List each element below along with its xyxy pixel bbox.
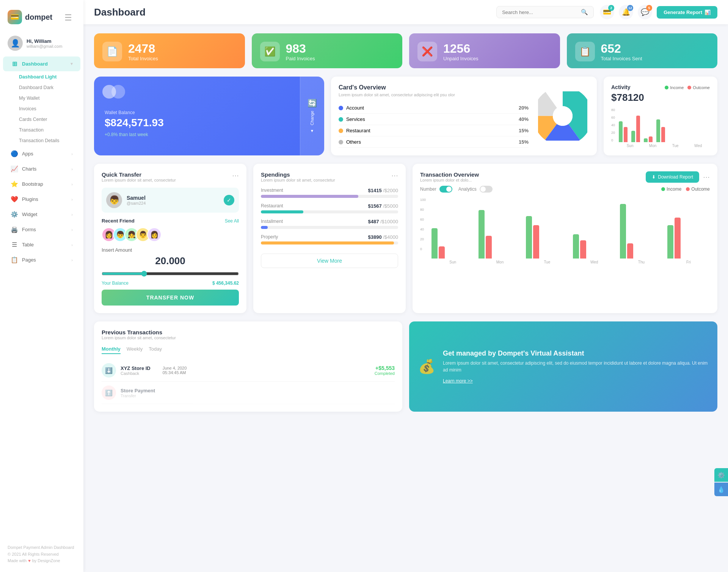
qt-user: 👦 Samuel @sam224 ✓ <box>102 188 239 213</box>
co-legend-restaurant: Restaurant 15% <box>339 125 529 136</box>
to-bars-fri <box>667 218 710 259</box>
to-outcome-bar-tue <box>533 225 539 259</box>
sidebar-item-bootstrap[interactable]: ⭐ Bootstrap › <box>3 177 80 191</box>
spending-item-property: Property $3890 /‌$4000 <box>261 234 398 244</box>
total-invoices-label: Total Invoices <box>128 56 158 61</box>
to-more-icon[interactable]: ⋯ <box>703 173 710 181</box>
bottom-row: Quick Transfer Lorem ipsum dolor sit ame… <box>94 164 717 313</box>
income-dot: Income <box>665 85 684 90</box>
to-sub: Lorem ipsum dolor et dolo... <box>420 178 479 182</box>
stat-card-paid-invoices: ✅ 983 Paid Invoices <box>252 33 403 68</box>
sidebar-sub-transaction-details[interactable]: Transaction Details <box>0 135 83 146</box>
footer-line2: © 2021 All Rights Reserved <box>8 551 76 558</box>
sidebar-sub-transaction[interactable]: Transaction <box>0 125 83 135</box>
transfer-now-button[interactable]: TRANSFER NOW <box>102 290 239 306</box>
download-icon: ⬇ <box>652 174 656 180</box>
sidebar-item-charts[interactable]: 📈 Charts › <box>3 161 80 176</box>
sp-installment-bar <box>261 226 268 229</box>
wallet-btn[interactable]: 💳 2 <box>600 5 614 19</box>
qt-user-id: @sam224 <box>127 201 146 205</box>
prev-tx-status: Completed <box>375 371 395 376</box>
download-report-button[interactable]: ⬇ Download Report <box>646 171 699 183</box>
settings-float-button[interactable]: ⚙️ <box>714 468 728 482</box>
stat-card-total-sent: 📋 652 Total Invoices Sent <box>567 33 718 68</box>
to-outcome-bar-sun <box>439 246 445 259</box>
water-float-button[interactable]: 💧 <box>714 483 728 496</box>
topbar-actions: 💳 2 🔔 12 💬 5 Generate Report 📊 <box>600 5 717 19</box>
prev-tx-type: Cashback <box>121 371 151 376</box>
to-outcome-bar-fri <box>675 218 681 259</box>
analytics-toggle[interactable] <box>480 186 493 193</box>
wallet-change-button[interactable]: 🔄 Change ▾ <box>300 77 324 155</box>
floating-buttons: ⚙️ 💧 <box>714 468 728 496</box>
co-legend-others: Others 15% <box>339 136 529 148</box>
income-bar-mon <box>631 131 635 142</box>
va-learn-more-link[interactable]: Learn more >> <box>443 378 473 384</box>
tab-monthly[interactable]: Monthly <box>102 346 121 354</box>
income-bar-sun <box>619 121 623 142</box>
view-more-button[interactable]: View More <box>261 254 398 268</box>
sidebar-item-plugins[interactable]: ❤️ Plugins › <box>3 192 80 207</box>
number-toggle[interactable] <box>439 186 452 193</box>
bar-group-wed <box>656 119 665 142</box>
see-all-link[interactable]: See All <box>225 218 239 224</box>
prev-tx-amount: +$5,553 <box>375 365 395 371</box>
stat-cards: 📄 2478 Total Invoices ✅ 983 Paid Invoice… <box>94 33 717 68</box>
va-icon: 💰 <box>418 359 435 375</box>
sidebar-item-forms[interactable]: 🖨️ Forms › <box>3 222 80 237</box>
sp-investment-label: Investment <box>261 188 283 193</box>
y-label-60: 60 <box>420 218 426 221</box>
spendings-more-icon[interactable]: ⋯ <box>391 171 398 180</box>
analytics-toggle-label: Analytics <box>458 186 477 192</box>
search-input[interactable] <box>502 9 578 15</box>
chevron-right-plugins-icon: › <box>71 197 73 202</box>
sidebar-sub-dashboard-dark[interactable]: Dashboard Dark <box>0 82 83 93</box>
sidebar-item-pages[interactable]: 📋 Pages › <box>3 252 80 267</box>
sidebar-item-widget[interactable]: ⚙️ Widget › <box>3 207 80 222</box>
sidebar-item-table[interactable]: ☰ Table › <box>3 237 80 252</box>
outcome-bar-sun <box>624 127 628 142</box>
sp-investment-amounts: $1415 /‌$2000 <box>368 188 398 193</box>
chat-btn[interactable]: 💬 5 <box>638 5 652 19</box>
dashboard-icon: ⊞ <box>11 60 18 67</box>
sidebar-item-label-plugins: Plugins <box>22 196 38 202</box>
main-area: Dashboard 🔍 💳 2 🔔 12 💬 5 Generate Report… <box>83 0 728 572</box>
sp-property-bar <box>261 241 394 244</box>
hamburger-icon[interactable]: ☰ <box>64 6 76 28</box>
spending-item-installment: Installment $487 /‌$10000 <box>261 219 398 229</box>
sidebar-sub-cards-center[interactable]: Cards Center <box>0 114 83 125</box>
download-btn-label: Download Report <box>658 174 693 180</box>
cards-overview: Card's Overview Lorem ipsum dolor sit am… <box>331 77 597 155</box>
to-x-labels: Sun Mon Tue Wed Thu Fri <box>420 260 710 264</box>
generate-report-label: Generate Report <box>664 9 702 15</box>
pie-chart-area <box>536 84 589 148</box>
sidebar-sub-invoices[interactable]: Invoices <box>0 103 83 114</box>
sidebar-item-apps[interactable]: 🔵 Apps › <box>3 146 80 161</box>
widget-icon: ⚙️ <box>11 211 18 218</box>
outcome-legend-label: Outcome <box>691 186 710 192</box>
sidebar-sub-dashboard-light[interactable]: Dashboard Light <box>0 72 83 82</box>
to-income-bar-sun <box>431 228 438 259</box>
amount-slider[interactable] <box>102 271 239 277</box>
unpaid-invoices-number: 1256 <box>443 42 479 56</box>
sp-sub: Lorem ipsum dolor sit amet, consectetur <box>261 178 335 182</box>
outcome-bar-tue <box>649 136 653 142</box>
to-income-bar-tue <box>526 216 532 259</box>
to-bars-wed <box>573 234 615 259</box>
bell-btn[interactable]: 🔔 12 <box>619 5 633 19</box>
account-dot <box>339 106 343 110</box>
tab-today[interactable]: Today <box>149 346 162 354</box>
sidebar-sub-my-wallet[interactable]: My Wallet <box>0 93 83 103</box>
check-icon: ✓ <box>224 195 234 205</box>
y-label-80: 80 <box>420 208 426 212</box>
wallet-balance-label: Wallet Balance <box>105 110 314 115</box>
chevron-right-table-icon: › <box>71 243 73 247</box>
generate-report-button[interactable]: Generate Report 📊 <box>657 6 717 19</box>
co-legend-services: Services 40% <box>339 114 529 125</box>
tab-weekly[interactable]: Weekly <box>127 346 143 354</box>
activity-amount: $78120 <box>611 92 710 103</box>
sp-investment-bar <box>261 195 358 198</box>
income-bar-wed <box>656 119 660 142</box>
sidebar-item-dashboard[interactable]: ⊞ Dashboard ▾ <box>3 56 80 71</box>
more-icon[interactable]: ⋯ <box>232 171 239 180</box>
